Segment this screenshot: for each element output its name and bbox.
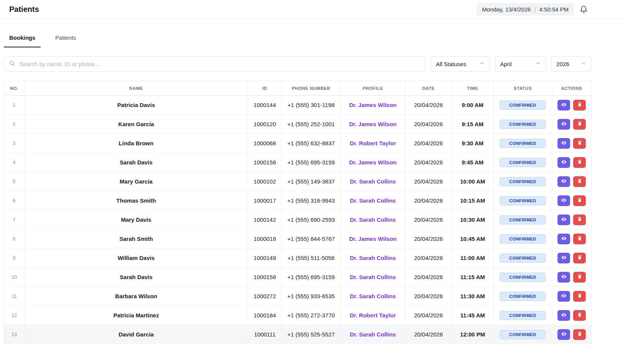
cell-profile: Dr. James Wilson <box>341 115 405 133</box>
cell-phone: +1 (555) 149-3837 <box>282 172 341 191</box>
cell-status: CONFIRMED <box>494 115 552 133</box>
month-filter-select[interactable]: April <box>495 56 546 72</box>
cell-date: 20/04/2026 <box>405 191 452 210</box>
eye-icon <box>561 255 567 262</box>
cell-name: Sarah Davis <box>25 268 248 286</box>
cell-actions <box>552 210 591 229</box>
delete-button[interactable] <box>573 291 586 302</box>
profile-link[interactable]: Dr. Sarah Collins <box>350 293 396 299</box>
profile-link[interactable]: Dr. Sarah Collins <box>350 197 396 204</box>
table-row: 1Patricia Davis1000144+1 (555) 301-1198D… <box>4 96 591 115</box>
eye-icon <box>561 216 567 223</box>
trash-icon <box>577 102 582 108</box>
cell-status: CONFIRMED <box>494 287 552 306</box>
profile-link[interactable]: Dr. Sarah Collins <box>350 274 396 280</box>
view-button[interactable] <box>557 176 570 187</box>
profile-link[interactable]: Dr. Robert Taylor <box>350 140 396 146</box>
cell-no: 6 <box>4 191 25 210</box>
cell-profile: Dr. Robert Taylor <box>341 134 405 153</box>
delete-button[interactable] <box>573 329 586 340</box>
view-button[interactable] <box>557 195 570 206</box>
profile-link[interactable]: Dr. James Wilson <box>349 159 397 166</box>
cell-status: CONFIRMED <box>494 210 552 229</box>
eye-icon <box>561 293 567 300</box>
cell-time: 11:00 AM <box>452 249 494 267</box>
status-filter-select[interactable]: All Statuses <box>431 56 490 72</box>
profile-link[interactable]: Dr. Sarah Collins <box>350 216 396 223</box>
year-filter-select[interactable]: 2026 <box>551 56 592 72</box>
cell-id: 1000120 <box>248 115 282 133</box>
view-button[interactable] <box>557 138 570 149</box>
delete-button[interactable] <box>573 272 586 283</box>
delete-button[interactable] <box>573 214 586 225</box>
cell-time: 12:00 PM <box>452 325 494 344</box>
delete-button[interactable] <box>573 157 586 168</box>
tab-patients[interactable]: Patients <box>50 29 81 47</box>
month-filter-value: April <box>500 61 512 67</box>
search-input[interactable] <box>19 60 420 68</box>
cell-name: David Garcia <box>25 325 248 344</box>
view-button[interactable] <box>557 310 570 321</box>
delete-button[interactable] <box>573 138 586 149</box>
profile-link[interactable]: Dr. James Wilson <box>349 102 397 108</box>
cell-no: 3 <box>4 134 25 153</box>
bell-icon[interactable] <box>579 5 588 13</box>
eye-icon <box>561 178 567 185</box>
table-row: 7Mary Davis1000142+1 (555) 690-2593Dr. S… <box>4 210 591 229</box>
cell-id: 1000018 <box>248 229 282 248</box>
profile-link[interactable]: Dr. Sarah Collins <box>350 178 396 185</box>
cell-profile: Dr. Sarah Collins <box>341 210 405 229</box>
view-button[interactable] <box>557 214 570 225</box>
cell-actions <box>552 249 591 267</box>
cell-no: 1 <box>4 96 25 114</box>
profile-link[interactable]: Dr. Robert Taylor <box>350 312 396 318</box>
cell-phone: +1 (555) 844-5767 <box>282 229 341 248</box>
table-body: 1Patricia Davis1000144+1 (555) 301-1198D… <box>4 96 591 344</box>
cell-phone: +1 (555) 301-1198 <box>282 96 341 114</box>
bookings-table: NO.NAMEIDPHONE NUMBERPROFILEDATETIMESTAT… <box>4 81 592 344</box>
view-button[interactable] <box>557 272 570 283</box>
view-button[interactable] <box>557 329 570 340</box>
view-button[interactable] <box>557 119 570 130</box>
cell-no: 2 <box>4 115 25 133</box>
view-button[interactable] <box>557 253 570 263</box>
trash-icon <box>577 216 582 223</box>
status-badge: CONFIRMED <box>500 215 546 224</box>
table-header: NO.NAMEIDPHONE NUMBERPROFILEDATETIMESTAT… <box>4 81 591 96</box>
profile-link[interactable]: Dr. James Wilson <box>349 236 397 242</box>
view-button[interactable] <box>557 234 570 244</box>
cell-profile: Dr. Sarah Collins <box>341 191 405 210</box>
cell-profile: Dr. Robert Taylor <box>341 306 405 325</box>
cell-profile: Dr. Sarah Collins <box>341 172 405 191</box>
table-row: 2Karen Garcia1000120+1 (555) 252-1001Dr.… <box>4 115 591 134</box>
profile-link[interactable]: Dr. Sarah Collins <box>350 255 396 261</box>
profile-link[interactable]: Dr. James Wilson <box>349 121 397 127</box>
delete-button[interactable] <box>573 253 586 263</box>
table-row: 12Patricia Martinez1000184+1 (555) 272-3… <box>4 306 591 325</box>
view-button[interactable] <box>557 291 570 302</box>
cell-phone: +1 (555) 272-3770 <box>282 306 341 325</box>
cell-id: 1000184 <box>248 306 282 325</box>
chevron-down-icon <box>535 60 541 67</box>
tab-bookings[interactable]: Bookings <box>4 29 41 47</box>
delete-button[interactable] <box>573 176 586 187</box>
delete-button[interactable] <box>573 234 586 244</box>
cell-date: 20/04/2026 <box>405 134 452 153</box>
delete-button[interactable] <box>573 310 586 321</box>
delete-button[interactable] <box>573 100 586 110</box>
cell-time: 11:15 AM <box>452 268 494 286</box>
cell-actions <box>552 191 591 210</box>
cell-id: 1000068 <box>248 134 282 153</box>
trash-icon <box>577 255 582 261</box>
view-button[interactable] <box>557 157 570 168</box>
cell-date: 20/04/2026 <box>405 229 452 248</box>
status-badge: CONFIRMED <box>500 292 546 301</box>
cell-name: Patricia Davis <box>25 96 248 114</box>
profile-link[interactable]: Dr. Sarah Collins <box>350 331 396 338</box>
delete-button[interactable] <box>573 195 586 206</box>
cell-actions <box>552 115 591 133</box>
view-button[interactable] <box>557 100 570 110</box>
cell-date: 20/04/2026 <box>405 115 452 133</box>
delete-button[interactable] <box>573 119 586 130</box>
cell-status: CONFIRMED <box>494 96 552 114</box>
